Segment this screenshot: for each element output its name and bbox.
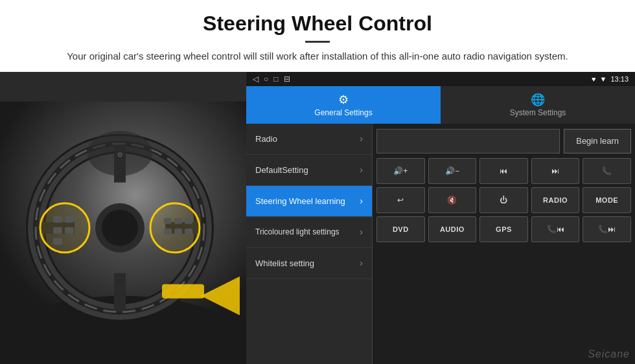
controls-row-1: 🔊+ 🔊− ⏮ ⏭ 📞	[376, 158, 631, 184]
globe-icon: 🌐	[531, 93, 545, 107]
menu-list: Radio › DefaultSetting › Steering Wheel …	[246, 124, 373, 365]
steering-wheel-panel: ⊙	[0, 72, 246, 365]
controls-grid: 🔊+ 🔊− ⏮ ⏭ 📞	[376, 158, 631, 242]
svg-rect-18	[53, 238, 62, 244]
phone-button[interactable]: 📞	[583, 158, 631, 184]
header-section: Steering Wheel Control Your original car…	[0, 0, 635, 69]
tab-general-label: General Settings	[314, 108, 372, 117]
svg-rect-23	[174, 228, 182, 234]
prev-track-icon: ⏮	[500, 166, 507, 176]
chevron-icon: ›	[360, 133, 363, 144]
power-icon: ⏻	[500, 196, 507, 205]
learn-input-field[interactable]	[376, 129, 560, 154]
dvd-button[interactable]: DVD	[376, 216, 425, 242]
home-icon[interactable]: ○	[264, 74, 268, 84]
gps-button[interactable]: GPS	[479, 216, 528, 242]
gear-icon: ⚙	[338, 93, 349, 107]
next-track-icon: ⏭	[551, 166, 559, 176]
phone-prev-button[interactable]: 📞⏮	[531, 216, 580, 242]
svg-rect-14	[53, 216, 62, 222]
svg-rect-19	[164, 218, 172, 223]
svg-text:⊙: ⊙	[117, 150, 122, 157]
menu-item-default-setting[interactable]: DefaultSetting ›	[246, 155, 372, 186]
chevron-icon: ›	[360, 165, 363, 175]
tab-system-label: System Settings	[510, 108, 566, 117]
page-container: Steering Wheel Control Your original car…	[0, 0, 635, 364]
volume-up-icon: 🔊+	[393, 166, 408, 176]
status-bar-right: ♥ ▼ 13:13	[592, 75, 629, 83]
svg-point-13	[150, 203, 200, 252]
phone-prev-icon: 📞⏮	[547, 225, 564, 234]
location-icon: ♥	[592, 75, 596, 83]
tab-system-settings[interactable]: 🌐 System Settings	[441, 86, 635, 124]
controls-area: Begin learn 🔊+ 🔊−	[373, 124, 635, 365]
subtitle-text: Your original car's steering wheel contr…	[39, 49, 596, 64]
status-bar-left: ◁ ○ □ ⊟	[253, 74, 290, 84]
menu-controls-row: Radio › DefaultSetting › Steering Wheel …	[246, 124, 635, 365]
phone-next-icon: 📞⏭	[598, 225, 616, 234]
clock: 13:13	[610, 75, 629, 83]
chevron-icon: ›	[360, 196, 363, 206]
volume-down-icon: 🔊−	[445, 166, 459, 176]
content-section: ⊙ ◁ ○ □ ⊟ ♥ ▼ 13:13	[0, 72, 635, 365]
menu-item-whitelist[interactable]: Whitelist setting ›	[246, 248, 372, 279]
volume-up-button[interactable]: 🔊+	[376, 158, 425, 184]
mode-button[interactable]: MODE	[583, 187, 631, 213]
radio-button[interactable]: RADIO	[531, 187, 580, 213]
begin-learn-row: Begin learn	[376, 128, 631, 155]
page-title: Steering Wheel Control	[39, 12, 596, 36]
recents-icon[interactable]: □	[273, 74, 278, 84]
menu-item-tricoloured[interactable]: Tricoloured light settings ›	[246, 217, 372, 248]
svg-rect-24	[185, 228, 192, 234]
menu-item-radio[interactable]: Radio ›	[246, 124, 372, 155]
svg-rect-21	[185, 218, 192, 223]
back-icon[interactable]: ◁	[253, 74, 259, 84]
signal-icon: ▼	[600, 75, 607, 83]
svg-point-12	[40, 203, 89, 252]
begin-learn-button[interactable]: Begin learn	[564, 129, 631, 154]
mute-button[interactable]: 🔇	[428, 187, 477, 213]
controls-row-2: ↩ 🔇 ⏻ RADIO MOD	[376, 187, 631, 213]
next-track-button[interactable]: ⏭	[531, 158, 580, 184]
chevron-icon: ›	[360, 227, 363, 237]
chevron-icon: ›	[360, 258, 363, 268]
status-bar: ◁ ○ □ ⊟ ♥ ▼ 13:13	[246, 72, 635, 86]
menu-item-steering-wheel[interactable]: Steering Wheel learning ›	[246, 186, 372, 217]
hang-up-button[interactable]: ↩	[376, 187, 425, 213]
android-panel: ◁ ○ □ ⊟ ♥ ▼ 13:13 ⚙ General Settings	[246, 72, 635, 365]
svg-rect-26	[162, 284, 204, 298]
svg-rect-17	[65, 227, 74, 233]
mode-label: MODE	[595, 196, 618, 204]
prev-track-button[interactable]: ⏮	[479, 158, 528, 184]
settings-tabs: ⚙ General Settings 🌐 System Settings	[246, 86, 635, 124]
mute-icon: 🔇	[447, 196, 457, 205]
title-divider	[305, 41, 330, 43]
phone-icon: 📞	[602, 166, 612, 176]
svg-point-10	[102, 209, 138, 245]
dvd-label: DVD	[393, 225, 409, 233]
controls-row-3: DVD AUDIO GPS 📞⏮	[376, 216, 631, 242]
hang-up-icon: ↩	[397, 196, 404, 205]
svg-rect-20	[174, 218, 182, 223]
volume-down-button[interactable]: 🔊−	[428, 158, 477, 184]
power-button[interactable]: ⏻	[479, 187, 528, 213]
tab-general-settings[interactable]: ⚙ General Settings	[246, 86, 441, 124]
phone-next-button[interactable]: 📞⏭	[583, 216, 631, 242]
svg-rect-22	[164, 228, 172, 234]
audio-button[interactable]: AUDIO	[428, 216, 477, 242]
svg-rect-16	[53, 227, 62, 233]
audio-label: AUDIO	[440, 225, 465, 233]
menu-icon[interactable]: ⊟	[284, 74, 290, 84]
gps-label: GPS	[496, 225, 512, 233]
radio-label: RADIO	[543, 196, 568, 204]
svg-rect-15	[65, 216, 74, 222]
